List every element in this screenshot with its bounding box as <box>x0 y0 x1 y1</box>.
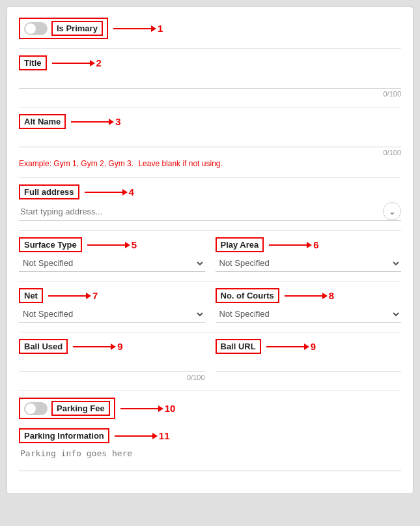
divider-7 <box>19 390 401 391</box>
surface-play-row: Surface Type 5 Not Specified Hardwood Co… <box>19 237 401 272</box>
parking-fee-toggle[interactable] <box>24 402 48 415</box>
step-number-11: 11 <box>159 430 170 441</box>
step-10-arrow: 10 <box>120 403 176 414</box>
divider-2 <box>19 107 401 108</box>
parking-fee-row: Parking Fee 10 <box>19 398 401 419</box>
is-primary-toggle-wrapper: Is Primary <box>19 18 108 39</box>
title-char-count: 0/100 <box>19 90 401 98</box>
is-primary-row: Is Primary 1 <box>19 18 401 39</box>
surface-type-col: Surface Type 5 Not Specified Hardwood Co… <box>19 237 205 272</box>
ball-used-col: Ball Used 9 0/100 <box>19 339 205 381</box>
address-input-wrapper: ⌄ <box>19 202 401 221</box>
step-5-arrow: 5 <box>87 239 137 250</box>
parking-info-textarea[interactable] <box>19 446 401 471</box>
title-row: Title 2 0/100 <box>19 55 401 98</box>
parking-info-label: Parking Information <box>19 428 109 443</box>
courts-col: No. of Courts 8 Not Specified 1 2 3 4 5 … <box>216 288 402 323</box>
net-select[interactable]: Not Specified Permanent Portable <box>19 306 205 323</box>
step-number-9a: 9 <box>117 341 122 352</box>
net-label: Net <box>19 288 43 303</box>
arrow-line-6 <box>269 244 308 246</box>
step-number-3: 3 <box>115 116 120 127</box>
step-2-arrow: 2 <box>52 57 102 68</box>
parking-fee-label: Parking Fee <box>51 401 110 416</box>
alt-name-input[interactable] <box>19 132 401 147</box>
arrow-line-7 <box>48 295 87 297</box>
form-container: Is Primary 1 Title 2 0/100 Alt Name 3 <box>7 7 413 494</box>
net-col: Net 7 Not Specified Permanent Portable <box>19 288 205 323</box>
alt-name-helper: Example: Gym 1, Gym 2, Gym 3. Leave blan… <box>19 159 401 168</box>
arrow-line-2 <box>52 63 91 64</box>
ball-used-label: Ball Used <box>19 339 68 354</box>
divider-5 <box>19 281 401 282</box>
arrow-line-1 <box>113 28 152 29</box>
step-number-4: 4 <box>129 186 134 197</box>
step-number-7: 7 <box>92 290 98 301</box>
arrow-line-5 <box>87 244 126 246</box>
arrow-line-4 <box>85 192 124 193</box>
play-area-col: Play Area 6 Not Specified Indoor Outdoor <box>216 237 402 272</box>
arrow-line-3 <box>71 121 110 123</box>
full-address-row: Full address 4 ⌄ <box>19 184 401 221</box>
divider-3 <box>19 177 401 178</box>
step-1-arrow: 1 <box>113 23 163 34</box>
ball-used-char-count: 0/100 <box>19 373 205 381</box>
address-chevron-button[interactable]: ⌄ <box>383 202 401 220</box>
title-input[interactable] <box>19 73 401 89</box>
divider-6 <box>19 332 401 332</box>
alt-name-row: Alt Name 3 0/100 Example: Gym 1, Gym 2, … <box>19 114 401 168</box>
ball-used-input[interactable] <box>19 357 205 372</box>
is-primary-label: Is Primary <box>51 21 103 36</box>
address-input[interactable] <box>19 204 383 219</box>
divider-4 <box>19 230 401 231</box>
title-label: Title <box>19 55 47 70</box>
arrow-line-8 <box>285 295 324 297</box>
step-number-1: 1 <box>158 23 163 34</box>
play-area-select[interactable]: Not Specified Indoor Outdoor <box>216 255 402 272</box>
parking-fee-toggle-wrapper: Parking Fee <box>19 398 115 419</box>
step-number-6: 6 <box>313 239 318 250</box>
surface-type-label: Surface Type <box>19 237 82 252</box>
arrow-line-9b <box>266 346 305 347</box>
arrow-line-11 <box>115 435 154 437</box>
helper-text-example: Example: Gym 1, Gym 2, Gym 3. <box>19 159 133 168</box>
helper-text-blank: Leave blank if not using. <box>138 159 222 168</box>
divider-1 <box>19 48 401 49</box>
step-3-arrow: 3 <box>71 116 120 127</box>
step-9a-arrow: 9 <box>73 341 122 352</box>
step-9b-arrow: 9 <box>266 341 316 352</box>
alt-name-label: Alt Name <box>19 114 66 129</box>
ball-url-col: Ball URL 9 <box>216 339 402 381</box>
step-7-arrow: 7 <box>48 290 98 301</box>
is-primary-toggle[interactable] <box>24 22 48 35</box>
ball-row: Ball Used 9 0/100 Ball URL 9 <box>19 339 401 381</box>
step-number-5: 5 <box>132 239 137 250</box>
step-11-arrow: 11 <box>115 430 170 441</box>
step-number-10: 10 <box>165 403 176 414</box>
play-area-label: Play Area <box>216 237 264 252</box>
arrow-line-10 <box>120 408 160 409</box>
ball-url-input[interactable] <box>216 357 402 372</box>
alt-name-char-count: 0/100 <box>19 149 401 156</box>
ball-url-label: Ball URL <box>216 339 261 354</box>
parking-info-row: Parking Information 11 <box>19 428 401 474</box>
surface-type-select[interactable]: Not Specified Hardwood Concrete Grass Tu… <box>19 255 205 272</box>
step-number-8: 8 <box>329 290 334 301</box>
step-number-9b: 9 <box>311 341 316 352</box>
step-number-2: 2 <box>96 57 102 68</box>
full-address-label: Full address <box>19 184 79 199</box>
no-of-courts-label: No. of Courts <box>216 288 279 303</box>
arrow-line-9a <box>73 346 112 347</box>
step-6-arrow: 6 <box>269 239 318 250</box>
step-4-arrow: 4 <box>85 186 134 197</box>
courts-select[interactable]: Not Specified 1 2 3 4 5 6+ <box>216 306 402 323</box>
step-8-arrow: 8 <box>285 290 334 301</box>
net-courts-row: Net 7 Not Specified Permanent Portable N… <box>19 288 401 323</box>
